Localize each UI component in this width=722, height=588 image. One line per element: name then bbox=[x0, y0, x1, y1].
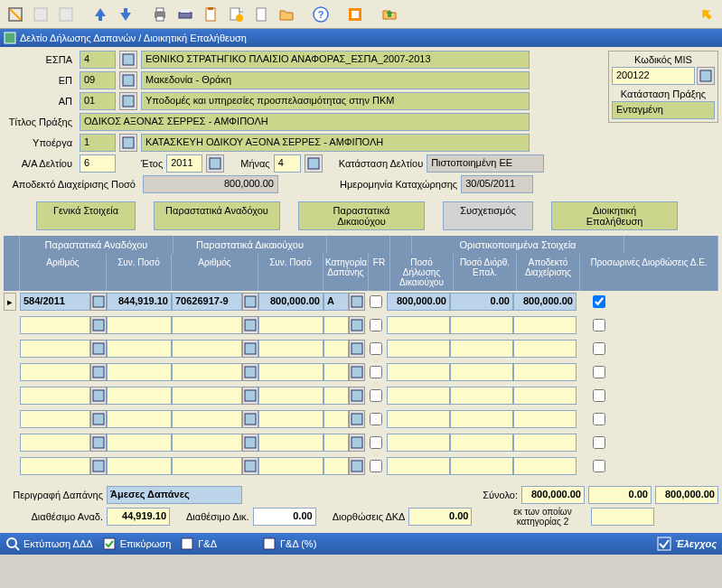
pros-checkbox[interactable] bbox=[593, 460, 605, 472]
table-row-empty[interactable] bbox=[4, 338, 718, 359]
table-row-empty[interactable] bbox=[4, 314, 718, 336]
fr-checkbox[interactable] bbox=[370, 460, 382, 472]
ap-desc-field: Υποδομές και υπηρεσίες προσπελασιμότητας… bbox=[141, 92, 530, 110]
gd-percent-button[interactable]: Γ&Δ (%) bbox=[262, 537, 316, 551]
cell-epal[interactable]: 0.00 bbox=[450, 293, 513, 311]
folder-icon[interactable] bbox=[275, 3, 298, 26]
row-lookup[interactable] bbox=[349, 316, 365, 334]
row-lookup[interactable] bbox=[90, 434, 107, 452]
back-arrow-icon[interactable] bbox=[695, 3, 718, 26]
stop-icon[interactable] bbox=[343, 3, 367, 26]
svg-rect-51 bbox=[104, 538, 115, 549]
row-lookup[interactable] bbox=[242, 434, 258, 452]
year-field[interactable]: 2011 bbox=[166, 154, 202, 173]
table-row-empty[interactable] bbox=[4, 408, 718, 430]
row-lookup[interactable] bbox=[349, 363, 365, 381]
year-lookup-button[interactable] bbox=[206, 154, 224, 173]
row-lookup[interactable] bbox=[349, 340, 365, 358]
ap-lookup-button[interactable] bbox=[119, 92, 137, 110]
row-lookup[interactable] bbox=[242, 387, 258, 405]
cell-cat[interactable]: A bbox=[323, 293, 349, 311]
cell-num2[interactable]: 70626917-9 bbox=[172, 293, 242, 311]
pros-checkbox[interactable] bbox=[593, 342, 605, 355]
row-lookup-3[interactable] bbox=[349, 293, 365, 311]
espa-lookup-button[interactable] bbox=[119, 51, 137, 69]
row-lookup-2[interactable] bbox=[242, 293, 258, 311]
arrow-up-icon[interactable] bbox=[89, 3, 112, 26]
row-lookup[interactable] bbox=[90, 340, 107, 358]
pros-checkbox[interactable] bbox=[593, 413, 605, 425]
clipboard-icon[interactable] bbox=[199, 3, 222, 26]
pros-checkbox[interactable] bbox=[593, 436, 605, 449]
svg-rect-27 bbox=[352, 296, 362, 307]
row-lookup[interactable] bbox=[90, 410, 107, 428]
export-icon[interactable] bbox=[378, 3, 401, 26]
cell-apod[interactable]: 800,000.00 bbox=[513, 293, 577, 311]
gd-button[interactable]: Γ&Δ bbox=[180, 537, 217, 551]
status-label: Κατάσταση Δελτίου bbox=[339, 158, 423, 169]
fr-checkbox[interactable] bbox=[370, 413, 382, 425]
fr-checkbox[interactable] bbox=[370, 436, 382, 449]
new-doc-icon[interactable] bbox=[224, 3, 248, 26]
table-row[interactable]: ▸ 584/2011 844,919.10 70626917-9 800,000… bbox=[4, 291, 718, 313]
cell-num1[interactable]: 584/2011 bbox=[20, 293, 90, 311]
row-lookup[interactable] bbox=[349, 434, 365, 452]
table-row-empty[interactable] bbox=[4, 455, 718, 477]
row-lookup[interactable] bbox=[349, 457, 365, 475]
tab-anadochou[interactable]: Παραστατικά Αναδόχου bbox=[154, 201, 280, 230]
fr-checkbox[interactable] bbox=[370, 319, 382, 331]
accepted-field: 800,000.00 bbox=[143, 175, 278, 193]
pros-checkbox[interactable] bbox=[593, 366, 605, 378]
aa-field[interactable]: 6 bbox=[80, 154, 116, 173]
table-row-empty[interactable] bbox=[4, 385, 718, 406]
month-field[interactable]: 4 bbox=[274, 154, 301, 173]
fr-checkbox[interactable] bbox=[370, 366, 382, 378]
row-lookup[interactable] bbox=[90, 457, 107, 475]
print-icon[interactable] bbox=[148, 3, 172, 26]
row-lookup[interactable] bbox=[242, 363, 258, 381]
svg-rect-20 bbox=[123, 75, 134, 86]
svg-point-49 bbox=[7, 538, 16, 547]
pros-checkbox[interactable] bbox=[593, 389, 605, 402]
fr-checkbox[interactable] bbox=[370, 389, 382, 402]
row-lookup[interactable] bbox=[90, 387, 107, 405]
doc-icon[interactable] bbox=[249, 3, 273, 26]
row-lookup-1[interactable] bbox=[90, 293, 107, 311]
tab-synchetismos[interactable]: Συσχετισμός bbox=[443, 201, 533, 230]
tab-general[interactable]: Γενικά Στοιχεία bbox=[36, 201, 136, 230]
validate-button[interactable]: Επικύρωση bbox=[102, 537, 172, 551]
table-row-empty[interactable] bbox=[4, 361, 718, 383]
fr-checkbox[interactable] bbox=[370, 342, 382, 355]
row-lookup[interactable] bbox=[242, 316, 258, 334]
row-lookup[interactable] bbox=[90, 316, 107, 334]
ep-lookup-button[interactable] bbox=[119, 71, 137, 89]
mis-lookup-button[interactable] bbox=[697, 67, 715, 85]
tab-dikaiouchou[interactable]: Παραστατικά Δικαιούχου bbox=[298, 201, 425, 230]
row-lookup[interactable] bbox=[242, 340, 258, 358]
arrow-down-icon[interactable] bbox=[114, 3, 137, 26]
avail-anad-label: Διαθέσιμο Αναδ. bbox=[4, 511, 103, 522]
row-lookup[interactable] bbox=[242, 457, 258, 475]
month-lookup-button[interactable] bbox=[305, 154, 323, 173]
row-handle[interactable]: ▸ bbox=[4, 293, 16, 311]
check-button[interactable]: Έλεγχος bbox=[657, 537, 717, 551]
print-ddd-button[interactable]: Εκτύπωση ΔΔΔ bbox=[5, 537, 93, 551]
cell-amt2[interactable]: 800,000.00 bbox=[258, 293, 323, 311]
new-record-icon[interactable] bbox=[4, 3, 27, 26]
row-lookup[interactable] bbox=[349, 387, 365, 405]
row-lookup[interactable] bbox=[242, 410, 258, 428]
mis-code-field[interactable]: 200122 bbox=[612, 67, 695, 85]
svg-rect-46 bbox=[93, 461, 104, 471]
cell-dik[interactable]: 800,000.00 bbox=[387, 293, 450, 311]
row-lookup[interactable] bbox=[90, 363, 107, 381]
row-lookup[interactable] bbox=[349, 410, 365, 428]
cell-amt1[interactable]: 844,919.10 bbox=[107, 293, 172, 311]
pros-checkbox[interactable] bbox=[593, 319, 605, 331]
tab-epalithefsi[interactable]: Διοικητική Επαλήθευση bbox=[551, 201, 678, 230]
ypoerga-lookup-button[interactable] bbox=[119, 134, 137, 152]
table-row-empty[interactable] bbox=[4, 432, 718, 453]
printer-alt-icon[interactable] bbox=[173, 3, 197, 26]
fr-checkbox[interactable] bbox=[370, 295, 382, 308]
pros-checkbox[interactable] bbox=[593, 295, 605, 308]
help-icon[interactable]: ? bbox=[309, 3, 333, 26]
